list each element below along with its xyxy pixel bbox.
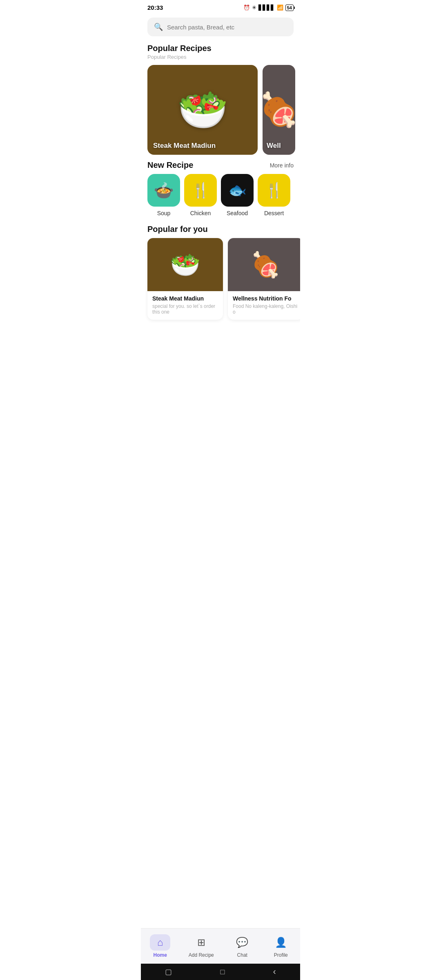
category-chicken[interactable]: 🍴 Chicken	[184, 174, 217, 216]
dessert-icon-box: 🍴	[258, 174, 290, 207]
category-seafood[interactable]: 🐟 Seafood	[221, 174, 254, 216]
chicken-icon-box: 🍴	[184, 174, 217, 207]
dessert-icon: 🍴	[265, 182, 283, 199]
seafood-icon: 🐟	[228, 182, 247, 199]
popular-card-1-title: Steak Meat Madiun	[152, 295, 218, 302]
popular-card-2-title: Wellness Nutrition Fo	[233, 295, 298, 302]
soup-label: Soup	[157, 210, 171, 216]
popular-card-1[interactable]: 🥗 Steak Meat Madiun special for you. so …	[147, 238, 223, 320]
popular-card-2-img-bg: 🍖	[228, 238, 300, 291]
popular-recipes-carousel: Steak Meat Madiun Well	[141, 61, 300, 159]
popular-recipes-header: Popular Recipes Popular Recipes	[141, 42, 300, 61]
popular-card-2-image: 🍖	[228, 238, 300, 291]
chicken-icon: 🍴	[192, 182, 210, 199]
alarm-icon: ⏰	[243, 4, 250, 11]
soup-icon: 🍲	[154, 181, 174, 200]
recipe-card-2-label: Well	[267, 142, 281, 150]
popular-card-2-desc: Food No kaleng-kaleng, Oishi o	[233, 303, 298, 315]
search-input[interactable]	[167, 24, 287, 31]
category-soup[interactable]: 🍲 Soup	[147, 174, 180, 216]
popular-card-1-img-bg: 🥗	[147, 238, 223, 291]
popular-card-1-desc: special for you. so let`s order this one	[152, 303, 218, 315]
category-dessert[interactable]: 🍴 Dessert	[258, 174, 290, 216]
seafood-label: Seafood	[227, 210, 248, 216]
search-bar[interactable]: 🔍	[147, 18, 294, 36]
search-container: 🔍	[141, 13, 300, 42]
new-recipe-title: New Recipe	[147, 160, 193, 170]
recipe-card-1-label: Steak Meat Madiun	[153, 142, 216, 150]
soup-icon-box: 🍲	[147, 174, 180, 207]
popular-for-you-title: Popular for you	[147, 225, 294, 234]
chicken-label: Chicken	[190, 210, 211, 216]
wifi-icon: 📶	[277, 4, 283, 11]
search-icon: 🔍	[154, 22, 163, 31]
recipe-card-2-image	[263, 65, 295, 155]
recipe-card-1[interactable]: Steak Meat Madiun	[147, 65, 258, 155]
popular-card-1-info: Steak Meat Madiun special for you. so le…	[147, 291, 223, 320]
battery-indicator: 54	[285, 4, 294, 11]
popular-card-2[interactable]: 🍖 Wellness Nutrition Fo Food No kaleng-k…	[228, 238, 300, 320]
dessert-label: Dessert	[264, 210, 284, 216]
popular-card-2-info: Wellness Nutrition Fo Food No kaleng-kal…	[228, 291, 300, 320]
seafood-icon-box: 🐟	[221, 174, 254, 207]
popular-recipes-subtitle: Popular Recipes	[147, 54, 294, 60]
popular-grid: 🥗 Steak Meat Madiun special for you. so …	[141, 235, 300, 326]
signal-icon: ▋▋▋▋	[258, 4, 275, 11]
more-info-link[interactable]: More info	[270, 162, 294, 169]
status-time: 20:33	[147, 4, 163, 11]
popular-for-you-header: Popular for you	[141, 223, 300, 235]
recipe-card-1-image	[147, 65, 258, 155]
recipe-card-2[interactable]: Well	[263, 65, 295, 155]
new-recipe-header: New Recipe More info	[141, 159, 300, 174]
categories-container: 🍲 Soup 🍴 Chicken 🐟 Seafood 🍴 Dessert	[141, 174, 300, 223]
status-icons: ⏰ ✳ ▋▋▋▋ 📶 54	[243, 4, 294, 11]
status-bar: 20:33 ⏰ ✳ ▋▋▋▋ 📶 54	[141, 0, 300, 13]
popular-recipes-title: Popular Recipes	[147, 44, 294, 53]
bluetooth-icon: ✳	[252, 4, 256, 11]
popular-card-1-image: 🥗	[147, 238, 223, 291]
